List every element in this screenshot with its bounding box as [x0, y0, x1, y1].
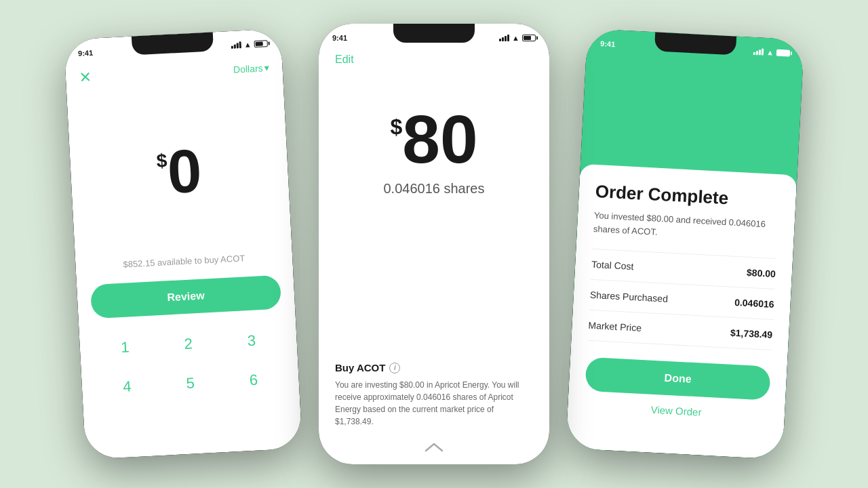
- key-3[interactable]: 3: [219, 320, 284, 363]
- market-price-label: Market Price: [588, 320, 642, 333]
- dollar-sign: $: [156, 150, 167, 172]
- keypad: 1 2 3 4 5 6: [92, 320, 286, 408]
- key-5[interactable]: 5: [158, 362, 223, 405]
- review-button[interactable]: Review: [90, 275, 281, 319]
- time-3: 9:41: [600, 39, 616, 48]
- phone2-amount-section: $ 80 0.046016 shares: [335, 105, 533, 197]
- key-2[interactable]: 2: [156, 323, 221, 365]
- buy-label: Buy ACOT i: [335, 362, 533, 373]
- total-cost-value: $80.00: [747, 267, 776, 279]
- phone2-header: Edit: [335, 48, 533, 71]
- amount-value: 0: [166, 140, 203, 202]
- notch-2: [393, 24, 475, 43]
- shares-purchased-value: 0.046016: [734, 297, 774, 310]
- key-6[interactable]: 6: [221, 359, 286, 401]
- market-price-value: $1,738.49: [730, 327, 773, 340]
- amount-value-2: 80: [402, 105, 477, 173]
- phone2-info-section: Buy ACOT i You are investing $80.00 in A…: [335, 362, 533, 441]
- phone1-content: ✕ Dollars ▾ $ 0 $852.15 available to buy…: [65, 53, 302, 460]
- dollars-selector[interactable]: Dollars ▾: [233, 62, 269, 75]
- shares-count: 0.046016 shares: [383, 181, 484, 197]
- phone-1: 9:41 ▲ ✕ Dollars ▾: [64, 28, 302, 460]
- key-4[interactable]: 4: [94, 365, 159, 408]
- phone2-bottom: [335, 441, 533, 464]
- signal-icon-3: [753, 48, 764, 56]
- edit-button[interactable]: Edit: [335, 54, 354, 65]
- time-2: 9:41: [332, 34, 347, 42]
- phone-2: 9:41 ▲ Edit $: [319, 24, 549, 464]
- total-cost-label: Total Cost: [591, 259, 634, 272]
- shares-purchased-label: Shares Purchased: [589, 289, 668, 304]
- battery-icon-1: [254, 40, 267, 47]
- buy-description: You are investing $80.00 in Apricot Ener…: [335, 379, 533, 428]
- dollar-sign-2: $: [390, 115, 402, 140]
- wifi-icon-3: ▲: [766, 48, 774, 57]
- order-rows: Total Cost $80.00 Shares Purchased 0.046…: [587, 249, 776, 350]
- status-icons-1: ▲: [231, 39, 268, 49]
- time-1: 9:41: [78, 49, 94, 58]
- phone2-content: Edit $ 80 0.046016 shares Buy ACOT i You…: [319, 48, 549, 464]
- wifi-icon-2: ▲: [512, 34, 519, 42]
- status-icons-3: ▲: [753, 47, 790, 58]
- phone-3: 9:41 ▲: [566, 28, 804, 460]
- done-button[interactable]: Done: [585, 357, 770, 401]
- amount-display: $ 0: [155, 140, 203, 203]
- order-complete-title: Order Complete: [595, 181, 780, 211]
- key-1[interactable]: 1: [92, 326, 157, 369]
- status-icons-2: ▲: [499, 34, 536, 42]
- phone3-content: 9:41 ▲: [566, 28, 804, 460]
- close-button[interactable]: ✕: [79, 68, 92, 87]
- chevron-up-icon: [423, 441, 445, 453]
- phone2-amount-display: $ 80: [390, 105, 477, 173]
- order-complete-card: Order Complete You invested $80.00 and r…: [566, 164, 797, 460]
- order-description: You invested $80.00 and received 0.04601…: [593, 209, 779, 245]
- wifi-icon-1: ▲: [244, 40, 252, 49]
- info-icon[interactable]: i: [389, 363, 400, 373]
- battery-icon-3: [776, 49, 790, 57]
- battery-icon-2: [522, 35, 536, 41]
- signal-icon-1: [231, 41, 242, 49]
- view-order-button[interactable]: View Order: [584, 401, 769, 422]
- available-text: $852.15 available to buy ACOT: [123, 253, 245, 269]
- signal-icon-2: [499, 35, 509, 41]
